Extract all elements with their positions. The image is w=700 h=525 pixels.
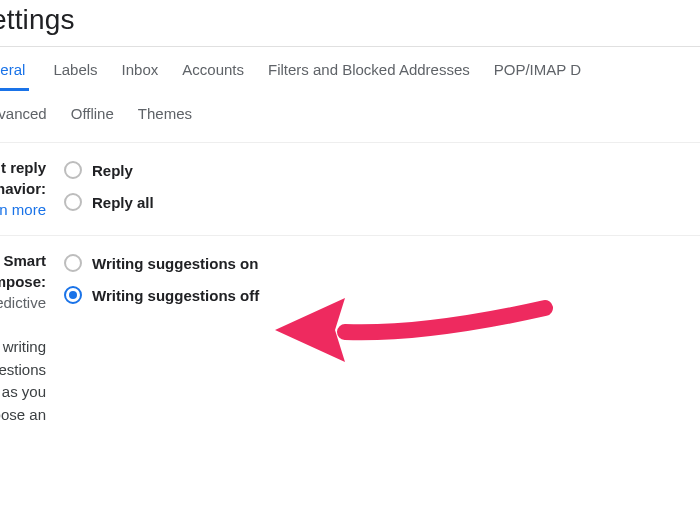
radio-suggestions-on[interactable]: Writing suggestions on (64, 250, 700, 282)
tab-inbox[interactable]: Inbox (122, 61, 159, 91)
compose-options: Writing suggestions on Writing suggestio… (58, 250, 700, 314)
tab-labels[interactable]: Labels (53, 61, 97, 91)
label-text: Default reply behavior: (0, 157, 46, 199)
tabs-row-2: Advanced Offline Themes (0, 91, 700, 142)
tab-filters[interactable]: Filters and Blocked Addresses (268, 61, 470, 91)
tab-themes[interactable]: Themes (138, 105, 192, 132)
compose-description: writing suggestions appear as you compos… (0, 336, 58, 426)
radio-suggestions-off[interactable]: Writing suggestions off (64, 282, 700, 314)
tab-accounts[interactable]: Accounts (182, 61, 244, 91)
default-reply-setting: Default reply behavior: Learn more Reply… (0, 142, 700, 235)
radio-label: Writing suggestions off (92, 287, 259, 304)
reply-options: Reply Reply all (58, 157, 700, 221)
radio-icon (64, 193, 82, 211)
radio-label: Writing suggestions on (92, 255, 258, 272)
radio-icon (64, 254, 82, 272)
label-text: Smart Compose: (0, 252, 46, 290)
tab-advanced[interactable]: Advanced (0, 105, 47, 132)
tab-offline[interactable]: Offline (71, 105, 114, 132)
learn-more-link[interactable]: Learn more (0, 199, 46, 220)
page-title: Settings (0, 0, 700, 46)
tab-pop-imap[interactable]: POP/IMAP D (494, 61, 581, 91)
radio-label: Reply all (92, 194, 154, 211)
smart-compose-setting: Smart Compose: (predictive Writing sugge… (0, 235, 700, 328)
radio-reply[interactable]: Reply (64, 157, 700, 189)
label-subtext: (predictive (0, 292, 46, 313)
radio-icon-selected (64, 286, 82, 304)
radio-icon (64, 161, 82, 179)
radio-label: Reply (92, 162, 133, 179)
tab-general[interactable]: General (0, 61, 29, 91)
smart-compose-label: Smart Compose: (predictive (0, 250, 58, 313)
default-reply-label: Default reply behavior: Learn more (0, 157, 58, 220)
tabs-row-1: General Labels Inbox Accounts Filters an… (0, 47, 700, 91)
radio-reply-all[interactable]: Reply all (64, 189, 700, 221)
